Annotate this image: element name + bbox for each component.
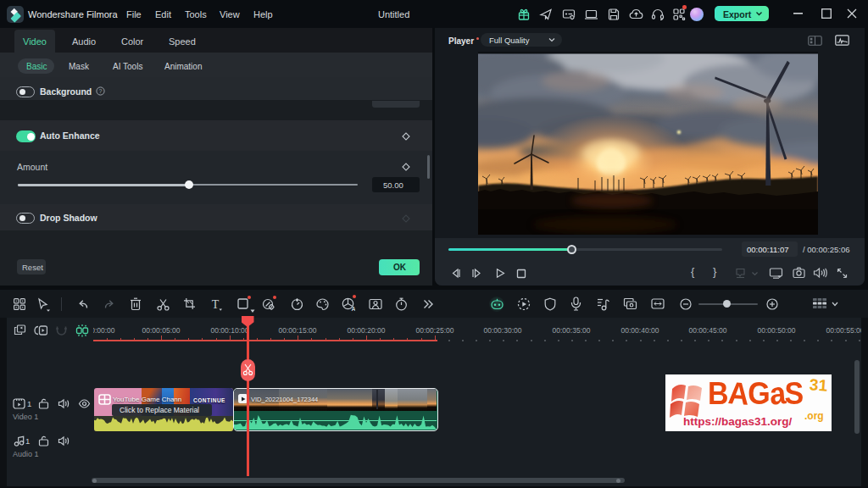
svg-text:AI: AI [352,306,356,312]
svg-text:?: ? [99,88,103,94]
svg-text:T: T [212,298,220,311]
